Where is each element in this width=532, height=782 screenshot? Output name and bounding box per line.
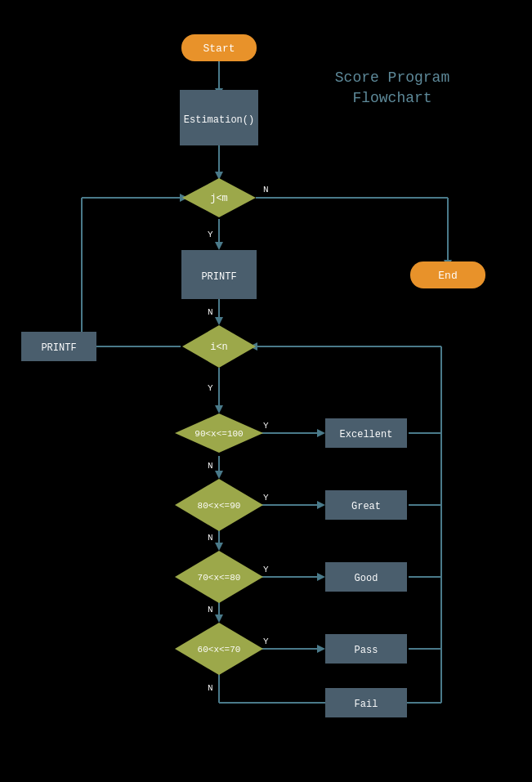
flowchart-container: Score Program Flowchart Y N N Y Y N Y N …: [0, 0, 532, 782]
good-label: Good: [355, 573, 378, 584]
svg-text:Y: Y: [208, 230, 213, 239]
svg-text:N: N: [208, 533, 213, 543]
svg-text:Y: Y: [263, 493, 269, 503]
svg-text:Y: Y: [208, 383, 213, 393]
svg-text:N: N: [208, 307, 213, 317]
estimation-label: Estimation(): [184, 114, 254, 126]
jltm-label: j<m: [210, 193, 228, 204]
excellent-label: Excellent: [340, 429, 393, 440]
start-label: Start: [203, 42, 235, 55]
pass-label: Pass: [355, 645, 378, 656]
svg-text:Y: Y: [263, 637, 269, 646]
svg-rect-0: [0, 0, 532, 782]
cond4-label: 60<x<=70: [198, 645, 241, 655]
svg-text:N: N: [208, 683, 213, 693]
chart-title: Score Program: [335, 69, 449, 86]
svg-text:Y: Y: [263, 421, 269, 431]
svg-text:N: N: [263, 185, 269, 194]
cond1-label: 90<x<=100: [194, 429, 243, 439]
printf2-label: PRINTF: [41, 342, 76, 354]
fail-label: Fail: [355, 699, 378, 710]
svg-text:N: N: [208, 605, 213, 614]
end-label: End: [438, 270, 457, 282]
cond3-label: 70<x<=80: [198, 573, 241, 583]
svg-text:N: N: [208, 461, 213, 471]
chart-subtitle: Flowchart: [352, 90, 431, 106]
great-label: Great: [351, 501, 381, 512]
cond2-label: 80<x<=90: [198, 501, 241, 511]
svg-text:Y: Y: [263, 565, 269, 574]
printf1-label: PRINTF: [201, 271, 236, 283]
iltn-label: i<n: [210, 342, 228, 353]
